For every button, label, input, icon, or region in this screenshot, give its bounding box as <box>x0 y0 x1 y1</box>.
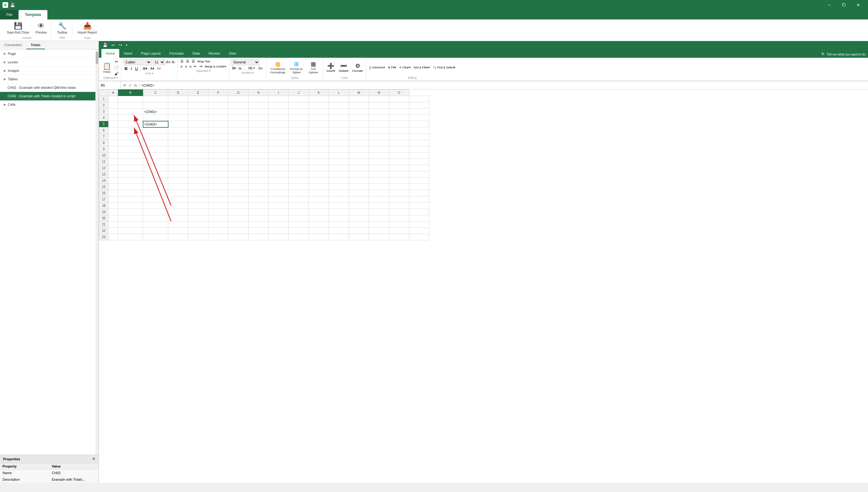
cell[interactable] <box>389 184 409 190</box>
tell-me-bar[interactable]: 🔍 Tell me what you want to do <box>821 52 866 58</box>
cell[interactable] <box>249 165 269 171</box>
cell[interactable] <box>329 222 349 228</box>
cell[interactable] <box>369 159 389 165</box>
cell[interactable] <box>289 146 309 152</box>
sidebar-item-ch01[interactable]: CH01 - Example with ebeded QlikView tota… <box>0 83 95 92</box>
cell[interactable] <box>309 196 329 203</box>
close-button[interactable]: ✕ <box>851 0 866 10</box>
cell[interactable] <box>409 209 429 215</box>
cell[interactable] <box>188 228 208 234</box>
cell[interactable] <box>228 215 249 222</box>
excel-tab-insert[interactable]: Insert <box>119 49 137 58</box>
cell[interactable] <box>369 140 389 146</box>
spreadsheet-container[interactable]: A B C D E F G H I J K L M N O <box>99 90 868 483</box>
align-right-button[interactable]: ≡ <box>189 64 192 69</box>
cell[interactable] <box>118 127 143 134</box>
align-top-center-button[interactable]: ☰ <box>185 59 190 64</box>
cell[interactable] <box>349 96 369 102</box>
cell[interactable] <box>108 215 118 222</box>
cell[interactable] <box>369 196 389 203</box>
cell[interactable] <box>118 108 143 115</box>
cell[interactable] <box>369 171 389 178</box>
align-top-right-button[interactable]: ☰ <box>191 59 196 64</box>
cell[interactable] <box>369 228 389 234</box>
cell[interactable] <box>208 234 228 240</box>
cell[interactable] <box>228 152 249 159</box>
properties-close-icon[interactable]: ✕ <box>92 457 95 461</box>
cell[interactable] <box>208 115 228 121</box>
cell[interactable] <box>389 196 409 203</box>
cell[interactable] <box>349 159 369 165</box>
cell[interactable] <box>389 115 409 121</box>
cell[interactable] <box>249 209 269 215</box>
cell[interactable] <box>228 159 249 165</box>
cell[interactable] <box>208 146 228 152</box>
cell[interactable] <box>269 234 289 240</box>
excel-tab-review[interactable]: Review <box>204 49 224 58</box>
cell[interactable] <box>309 190 329 196</box>
cell[interactable] <box>349 108 369 115</box>
cell[interactable] <box>168 121 188 127</box>
cell[interactable] <box>289 209 309 215</box>
cell[interactable] <box>249 190 269 196</box>
cell[interactable] <box>228 108 249 115</box>
cell[interactable] <box>409 152 429 159</box>
cell[interactable] <box>228 184 249 190</box>
cell[interactable] <box>409 146 429 152</box>
cell[interactable] <box>143 115 168 121</box>
cell[interactable] <box>249 96 269 102</box>
cell[interactable] <box>309 165 329 171</box>
cell[interactable] <box>269 196 289 203</box>
cell[interactable] <box>409 234 429 240</box>
quick-access-more[interactable]: ▾ <box>125 43 129 47</box>
sidebar-item-cells[interactable]: ▶ Cells <box>0 100 95 109</box>
cell[interactable] <box>409 215 429 222</box>
excel-tab-data[interactable]: Data <box>188 49 204 58</box>
cell[interactable] <box>289 102 309 108</box>
cell[interactable] <box>389 203 409 209</box>
cell[interactable] <box>108 203 118 209</box>
cell[interactable] <box>349 171 369 178</box>
col-header-l[interactable]: L <box>329 90 349 96</box>
col-header-o[interactable]: O <box>389 90 409 96</box>
cell[interactable] <box>329 165 349 171</box>
cell[interactable] <box>349 146 369 152</box>
cell[interactable] <box>329 159 349 165</box>
cell[interactable] <box>188 178 208 184</box>
cell[interactable] <box>143 165 168 171</box>
cell[interactable] <box>208 159 228 165</box>
cell[interactable] <box>168 215 188 222</box>
cell[interactable] <box>409 127 429 134</box>
cell[interactable] <box>349 190 369 196</box>
cell[interactable] <box>269 127 289 134</box>
percent-button[interactable]: % <box>238 66 243 71</box>
redo-button[interactable]: ↪ <box>117 42 123 48</box>
cell[interactable] <box>329 190 349 196</box>
cell[interactable] <box>228 209 249 215</box>
increase-indent-button[interactable]: ⇥ <box>198 64 203 69</box>
cell[interactable] <box>409 222 429 228</box>
cell[interactable] <box>143 203 168 209</box>
sidebar-item-levels[interactable]: ▶ Levels <box>0 58 95 67</box>
cell[interactable] <box>289 234 309 240</box>
cell[interactable] <box>118 215 143 222</box>
sidebar-item-ch02[interactable]: CH02 - Example with Totals created in sc… <box>0 92 95 100</box>
cell[interactable] <box>188 146 208 152</box>
cell[interactable] <box>389 234 409 240</box>
cell[interactable] <box>249 178 269 184</box>
cell[interactable] <box>349 121 369 127</box>
cell[interactable] <box>329 228 349 234</box>
cell[interactable] <box>409 190 429 196</box>
bold-button[interactable]: B <box>123 66 129 71</box>
col-header-c[interactable]: C <box>143 90 168 96</box>
cell[interactable] <box>168 102 188 108</box>
cell[interactable] <box>118 115 143 121</box>
cell[interactable] <box>249 134 269 140</box>
cell[interactable] <box>289 115 309 121</box>
cell[interactable] <box>309 108 329 115</box>
cell[interactable] <box>309 209 329 215</box>
cell[interactable] <box>289 178 309 184</box>
col-header-j[interactable]: J <box>289 90 309 96</box>
cell[interactable] <box>168 222 188 228</box>
cut-button[interactable]: ✂ <box>113 59 120 64</box>
